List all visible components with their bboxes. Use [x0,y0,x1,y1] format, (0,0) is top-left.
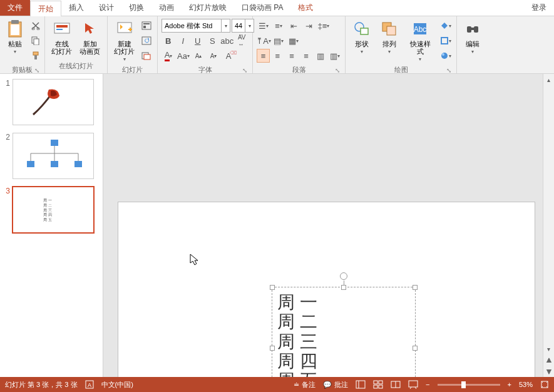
distribute-button[interactable]: ▥ [314,49,327,63]
font-size-combo[interactable]: ▾ [232,19,254,33]
section-button[interactable] [140,49,153,63]
font-size-dropdown[interactable]: ▾ [245,19,254,32]
vertical-scrollbar[interactable]: ▴ ▾ ⯅ ⯆ [543,74,554,377]
copy-icon [31,36,40,45]
zoom-in-button[interactable]: + [508,381,511,388]
paste-button[interactable]: 粘贴 ▾ [3,18,28,56]
online-slides-icon [53,21,71,36]
svg-rect-38 [51,161,58,167]
language-status[interactable]: 中文(中国) [101,380,133,389]
strike-button[interactable]: S [206,34,220,48]
grow-font-button[interactable]: A▴ [192,49,205,63]
resize-handle-mr[interactable] [413,346,418,351]
tab-slideshow[interactable]: 幻灯片放映 [182,0,234,16]
editing-button[interactable]: 编辑▾ [459,18,486,56]
font-name-combo[interactable]: ▾ [162,19,230,33]
shape-effects-button[interactable]: ▾ [439,49,453,63]
numbering-button[interactable]: ≡ ▾ [272,19,285,33]
layout-button[interactable] [140,19,153,33]
columns-button[interactable]: ▥ ▾ [328,49,341,63]
change-case-button[interactable]: Aa ▾ [177,49,190,63]
svg-point-27 [442,53,444,56]
resize-handle-tm[interactable] [341,285,346,290]
tab-home[interactable]: 开始 [30,1,61,16]
align-justify-button[interactable]: ≡ [300,49,313,63]
shape-outline-button[interactable]: ▾ [439,34,453,48]
align-text-button[interactable]: ▤ ▾ [272,34,285,48]
char-spacing-button[interactable]: AV↔ [235,34,249,48]
tab-file[interactable]: 文件 [0,0,30,16]
arrange-button[interactable]: 排列▾ [376,18,403,56]
scroll-up[interactable]: ▴ [543,74,554,85]
tab-animations[interactable]: 动画 [151,0,182,16]
tab-insert[interactable]: 插入 [61,0,91,16]
shapes-icon [353,21,371,37]
rotate-handle[interactable] [340,272,347,280]
svg-rect-7 [33,52,38,55]
shape-fill-button[interactable]: ▾ [439,19,453,33]
indent-inc-button[interactable]: ⇥ [302,19,315,33]
login-link[interactable]: 登录 [524,0,554,16]
prev-slide[interactable]: ⯅ [543,354,554,366]
align-center-button[interactable]: ≡ [271,49,284,63]
bullets-button[interactable]: ☰ ▾ [257,19,270,33]
notes-button[interactable]: ≐ 备注 [294,380,315,389]
tab-format[interactable]: 格式 [290,0,321,16]
shadow-button[interactable]: abc [220,34,234,48]
scroll-down[interactable]: ▾ [543,343,554,354]
format-painter-button[interactable] [29,49,43,63]
underline-button[interactable]: U [191,34,205,48]
sorter-view-button[interactable] [373,380,383,389]
textbox-content[interactable]: 周 一 周 二 周 三 周 四 周 五 [277,292,317,377]
tab-pa[interactable]: 口袋动画 PA [234,0,290,16]
reading-view-button[interactable] [391,380,401,389]
resize-handle-ml[interactable] [270,346,275,351]
zoom-slider[interactable] [438,384,500,386]
svg-rect-20 [361,28,368,34]
textbox-selected[interactable]: 周 一 周 二 周 三 周 四 周 五 [272,287,416,377]
zoom-out-button[interactable]: − [426,381,429,388]
cut-button[interactable] [29,19,43,33]
convert-smartart-button[interactable]: ▦ ▾ [287,34,300,48]
font-color-button[interactable]: A ▾ [162,49,175,63]
thumbnail-3[interactable]: 周 一 周 二 周 三 周 四 周 五 [13,187,94,233]
align-right-button[interactable]: ≡ [285,49,299,63]
quickstyle-button[interactable]: Abc 快速样式▾ [403,18,438,63]
org-chart-icon [13,133,95,180]
new-anim-page-button[interactable]: 新加 动画页 [76,18,104,56]
font-name-dropdown[interactable]: ▾ [221,19,230,32]
resize-handle-tr[interactable] [413,285,418,290]
italic-button[interactable]: I [177,34,190,48]
shapes-button[interactable]: 形状▾ [348,18,376,56]
svg-rect-46 [374,385,377,388]
tab-transitions[interactable]: 切换 [121,0,151,16]
spellcheck-icon[interactable]: A [85,380,94,389]
bold-button[interactable]: B [162,34,175,48]
align-left-button[interactable]: ≡ [257,49,270,63]
svg-rect-16 [142,37,151,44]
zoom-thumb[interactable] [461,381,466,388]
line-spacing-button[interactable]: ‡≡ ▾ [317,19,331,33]
text-direction-button[interactable]: ⤒A ▾ [257,34,270,48]
next-slide[interactable]: ⯆ [543,366,554,377]
normal-view-button[interactable] [356,380,366,389]
thumbnail-1[interactable] [13,79,94,125]
thumbnail-2[interactable] [13,133,94,179]
fit-window-button[interactable] [540,380,549,389]
slide[interactable]: 周 一 周 二 周 三 周 四 周 五 [118,202,535,377]
zoom-percent[interactable]: 53% [519,381,533,388]
font-size-input[interactable] [232,19,245,32]
online-slides-button[interactable]: 在线 幻灯片 [48,18,76,56]
tab-design[interactable]: 设计 [91,0,121,16]
slideshow-view-button[interactable] [408,380,418,389]
reset-button[interactable] [140,34,153,48]
slide-canvas[interactable]: 周 一 周 二 周 三 周 四 周 五 [103,74,554,377]
font-name-input[interactable] [162,19,221,32]
new-slide-button[interactable]: 新建 幻灯片 ▾ [110,18,138,63]
shrink-font-button[interactable]: A▾ [207,49,220,63]
copy-button[interactable] [29,34,43,48]
comments-button[interactable]: 💬 批注 [323,380,348,389]
resize-handle-tl[interactable] [270,285,275,290]
clear-format-button[interactable]: A⌫ [222,49,235,63]
indent-dec-button[interactable]: ⇤ [287,19,300,33]
